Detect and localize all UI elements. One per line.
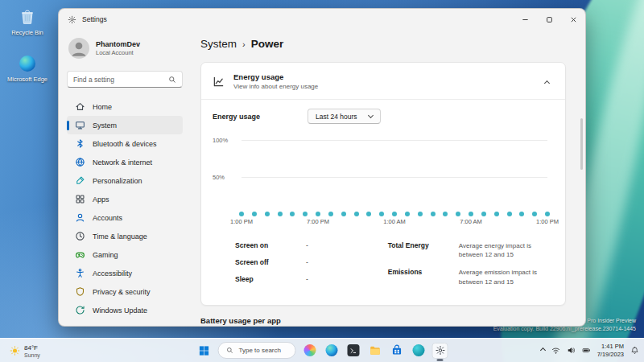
- apps-grid-icon: [75, 194, 85, 204]
- account-profile[interactable]: PhantomDev Local Account: [67, 35, 183, 62]
- chevron-up-icon: [544, 80, 550, 86]
- divider: [201, 99, 565, 100]
- system-icon: [75, 120, 85, 130]
- y-tick-100: 100%: [213, 137, 228, 144]
- breadcrumb-system[interactable]: System: [200, 38, 237, 50]
- sidebar-item-home[interactable]: Home: [67, 97, 183, 116]
- taskbar-terminal-button[interactable]: [345, 343, 361, 359]
- store-icon: [390, 344, 402, 356]
- weather-condition: Sunny: [24, 352, 40, 357]
- search-icon: [226, 347, 234, 354]
- sidebar-item-accessibility[interactable]: Accessibility: [67, 264, 183, 282]
- home-icon: [75, 101, 85, 112]
- weather-widget[interactable]: 84°F Sunny: [4, 342, 46, 359]
- window-titlebar[interactable]: Settings: [59, 9, 585, 30]
- sidebar-item-network-internet[interactable]: Network & internet: [67, 153, 183, 171]
- taskbar-clock[interactable]: 1:41 PM 7/19/2023: [597, 343, 624, 359]
- settings-sidebar: PhantomDev Local Account Home Sys: [59, 30, 189, 326]
- close-button[interactable]: [561, 9, 585, 30]
- sidebar-item-apps[interactable]: Apps: [67, 190, 183, 208]
- sidebar-item-windows-update[interactable]: Windows Update: [67, 301, 183, 319]
- update-refresh-icon: [75, 305, 85, 315]
- sun-icon: [10, 345, 20, 356]
- x-tick: 7:00 AM: [460, 218, 482, 225]
- window-title: Settings: [82, 15, 107, 23]
- energy-data-point: [431, 212, 436, 216]
- settings-search-input[interactable]: [73, 76, 168, 84]
- shield-icon: [75, 286, 85, 297]
- person-icon: [75, 212, 85, 223]
- energy-data-point: [379, 212, 384, 216]
- clock-time: 1:41 PM: [597, 343, 624, 351]
- energy-data-point: [239, 212, 244, 216]
- sidebar-item-accounts[interactable]: Accounts: [67, 208, 183, 227]
- wifi-icon[interactable]: [551, 346, 560, 355]
- desktop-icon-recycle-bin[interactable]: Recycle Bin: [5, 6, 50, 36]
- windows-logo-icon: [199, 345, 210, 356]
- sidebar-item-gaming[interactable]: Gaming: [67, 245, 183, 264]
- energy-data-point: [252, 212, 257, 216]
- x-tick: 7:00 PM: [307, 218, 329, 225]
- notification-bell-icon[interactable]: [630, 346, 639, 355]
- battery-section-title: Battery usage per app: [200, 316, 566, 325]
- energy-data-point: [303, 212, 308, 216]
- taskbar-settings-button[interactable]: [432, 343, 448, 359]
- taskbar-search[interactable]: Type to search: [218, 342, 296, 359]
- chart-x-axis: 1:00 PM 7:00 PM 1:00 AM 7:00 AM 1:00 PM: [242, 218, 547, 228]
- collapse-card-button[interactable]: [540, 71, 554, 92]
- tray-chevron-up-icon[interactable]: [540, 348, 546, 353]
- energy-data-point: [443, 212, 448, 216]
- desktop-icon-label: Recycle Bin: [5, 29, 50, 36]
- energy-data-point: [418, 212, 423, 216]
- clock-date: 7/19/2023: [597, 351, 624, 359]
- breadcrumb-separator: ›: [242, 39, 246, 49]
- battery-icon[interactable]: [582, 346, 591, 355]
- energy-data-point: [316, 212, 320, 216]
- search-icon: [168, 76, 176, 84]
- desktop-icon-edge[interactable]: Microsoft Edge: [5, 53, 50, 83]
- settings-search-box[interactable]: [67, 71, 183, 88]
- sidebar-item-bluetooth-devices[interactable]: Bluetooth & devices: [67, 134, 183, 153]
- breadcrumb: System › Power: [200, 38, 566, 50]
- personalization-brush-icon: [75, 175, 85, 186]
- sidebar-item-privacy-security[interactable]: Privacy & security: [67, 282, 183, 301]
- edge-icon: [5, 53, 50, 74]
- copilot-icon: [303, 344, 316, 356]
- volume-icon[interactable]: [567, 346, 576, 355]
- energy-data-point: [519, 212, 524, 216]
- battery-usage-section: Battery usage per app Sort by: Overall u…: [200, 316, 566, 327]
- energy-data-point: [456, 212, 460, 216]
- taskbar-app-icon[interactable]: [302, 343, 318, 359]
- energy-data-point: [290, 212, 295, 216]
- energy-data-point: [366, 212, 371, 216]
- sidebar-item-time-language[interactable]: Time & language: [67, 227, 183, 245]
- globe-icon: [75, 157, 85, 167]
- start-button[interactable]: [196, 343, 213, 359]
- taskbar-edge-button[interactable]: [324, 343, 340, 359]
- recycle-bin-icon: [5, 6, 50, 27]
- open-app-indicator: [437, 359, 444, 360]
- energy-data-point: [392, 212, 397, 216]
- energy-data-point: [507, 212, 512, 216]
- sidebar-item-personalization[interactable]: Personalization: [67, 171, 183, 190]
- maximize-button[interactable]: [537, 9, 561, 30]
- desktop-icon-label: Microsoft Edge: [5, 76, 50, 83]
- energy-data-point: [494, 212, 499, 216]
- stat-emissions: Emissions Average emission impact is bet…: [388, 268, 543, 286]
- minimize-button[interactable]: [513, 9, 537, 30]
- stat-screen-off: Screen off -: [235, 258, 359, 266]
- energy-data-point: [341, 212, 346, 216]
- taskbar: 84°F Sunny Type to search: [0, 338, 644, 362]
- energy-data-point: [405, 212, 410, 216]
- sidebar-item-system[interactable]: System: [67, 116, 183, 134]
- microsoft-store-button[interactable]: [389, 343, 405, 359]
- folder-icon: [369, 344, 381, 356]
- chevron-down-icon: [367, 113, 373, 118]
- card-subtitle: View info about energy usage: [233, 83, 318, 90]
- scrollbar-thumb[interactable]: [580, 118, 583, 170]
- energy-data-point: [545, 212, 550, 216]
- file-explorer-button[interactable]: [367, 343, 383, 359]
- taskbar-app-icon[interactable]: [411, 343, 427, 359]
- time-range-value: Last 24 hours: [316, 113, 357, 121]
- time-range-dropdown[interactable]: Last 24 hours: [308, 109, 381, 124]
